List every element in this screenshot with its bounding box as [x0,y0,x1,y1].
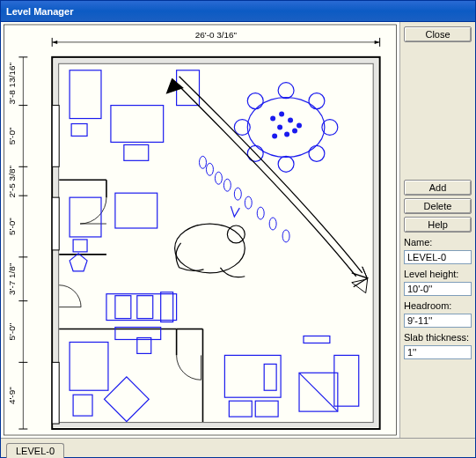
label-headroom: Headroom: [404,300,472,311]
svg-text:26'-0 3/16": 26'-0 3/16" [195,30,238,40]
tab-level-0[interactable]: LEVEL-0 [6,443,64,458]
label-slab-thickness: Slab thickness: [404,332,472,343]
svg-rect-32 [52,106,59,167]
svg-rect-34 [52,362,59,424]
slab-thickness-field[interactable] [404,345,472,359]
svg-text:4'-9": 4'-9" [7,387,17,404]
svg-text:5'-0": 5'-0" [7,322,17,340]
floorplan-svg: 26'-0 3/16" 3'-8 13/16" 5'-0" 2'-5 3/8" [1,22,399,438]
titlebar[interactable]: Level Manager [1,1,475,22]
svg-text:5'-0": 5'-0" [7,218,17,235]
level-manager-window: Level Manager 26'-0 3/16" [0,0,476,458]
level-height-field[interactable] [404,282,472,296]
svg-point-55 [292,128,297,133]
svg-text:3'-7 1/8": 3'-7 1/8" [7,262,17,295]
svg-text:2'-5 3/8": 2'-5 3/8" [7,166,17,198]
content-area: 26'-0 3/16" 3'-8 13/16" 5'-0" 2'-5 3/8" [1,22,475,438]
svg-point-49 [270,116,275,122]
tab-strip: LEVEL-0 [1,438,475,457]
svg-point-56 [272,133,277,138]
headroom-field[interactable] [404,314,472,328]
svg-text:3'-8 13/16": 3'-8 13/16" [7,63,17,105]
floorplan-canvas[interactable]: 26'-0 3/16" 3'-8 13/16" 5'-0" 2'-5 3/8" [1,22,400,438]
svg-rect-33 [52,197,59,250]
side-panel: Close Add Delete Help Name: Level height… [400,22,475,438]
svg-text:5'-0": 5'-0" [7,127,17,144]
label-level-height: Level height: [404,269,472,279]
svg-point-53 [277,125,282,130]
add-button[interactable]: Add [404,180,472,196]
window-title: Level Manager [6,6,73,17]
svg-point-50 [279,112,284,117]
delete-button[interactable]: Delete [404,198,472,214]
dimension-top: 26'-0 3/16" [52,30,379,47]
dimension-left: 3'-8 13/16" 5'-0" 2'-5 3/8" 5'-0" 3'-7 1… [7,57,27,429]
svg-point-54 [284,131,289,137]
label-name: Name: [404,237,472,247]
svg-rect-24 [59,64,372,422]
close-button[interactable]: Close [404,26,472,42]
help-button[interactable]: Help [404,217,472,233]
svg-point-52 [297,123,302,129]
name-field[interactable] [404,250,472,264]
svg-point-51 [288,118,293,123]
